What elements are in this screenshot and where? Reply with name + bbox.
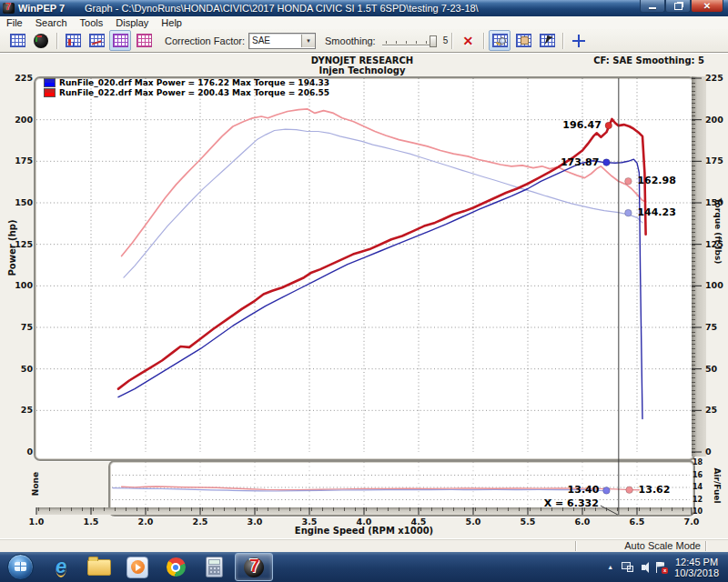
title-bar[interactable]: WinPEP 7 Graph - C:\DynoRuns\HONDA\CIVIC… <box>0 0 728 16</box>
taskbar-winpep-active[interactable] <box>235 553 273 581</box>
internet-explorer-icon: e <box>56 557 66 577</box>
speaker-icon[interactable] <box>642 565 645 570</box>
select-mode-button[interactable] <box>536 30 558 51</box>
document-title: Graph - C:\DynoRuns\HONDA\CIVIC\2017 HON… <box>85 3 479 14</box>
close-icon: ✕ <box>703 2 711 11</box>
winpep-app-icon <box>3 3 15 14</box>
graph-multi-button[interactable] <box>133 30 155 51</box>
taskbar-clock[interactable]: 12:45 PM 10/3/2018 <box>674 557 719 578</box>
gauge-view-button[interactable] <box>30 30 52 51</box>
smoothing-label: Smoothing: <box>325 35 376 46</box>
taskbar-media-player[interactable] <box>124 556 151 579</box>
toolbar: Correction Factor: SAE ▼ Smoothing: 5 ✕ <box>0 29 728 53</box>
menu-help[interactable]: Help <box>155 17 188 28</box>
restore-icon <box>674 3 682 10</box>
windows-logo-icon <box>15 562 26 571</box>
run022-color-swatch <box>44 88 56 97</box>
rpm-axis-band <box>36 507 692 515</box>
cross-arrows-icon <box>572 35 585 47</box>
minimize-icon <box>649 7 656 9</box>
winpep-window: WinPEP 7 Graph - C:\DynoRuns\HONDA\CIVIC… <box>0 0 728 582</box>
select-arrow-icon <box>540 34 555 47</box>
zoom-in-icon <box>492 34 508 47</box>
minimize-button[interactable] <box>640 0 665 13</box>
correction-factor-value: SAE <box>249 35 301 45</box>
status-bar: Auto Scale Mode <box>0 538 728 553</box>
run-legend: RunFile_020.drf Max Power = 176.22 Max T… <box>44 77 329 97</box>
smoothing-slider[interactable] <box>382 35 437 47</box>
menu-bar: File Search Tools Display Help <box>0 16 728 30</box>
system-tray: ▲ x 12:45 PM 10/3/2018 <box>607 552 724 582</box>
axis-scale-button[interactable] <box>568 30 590 51</box>
legend-text-run020: RunFile_020.drf Max Power = 176.22 Max T… <box>59 78 329 87</box>
graph-multi-icon <box>136 34 152 47</box>
legend-row-run020[interactable]: RunFile_020.drf Max Power = 176.22 Max T… <box>44 77 329 87</box>
menu-tools[interactable]: Tools <box>74 17 110 28</box>
menu-search[interactable]: Search <box>29 17 74 28</box>
chrome-icon <box>167 557 186 577</box>
pan-hand-button[interactable] <box>512 30 534 51</box>
graph-overlay-icon <box>113 34 128 47</box>
window-controls: ✕ <box>640 0 723 13</box>
power-axis-title: Power (hp) <box>7 216 17 281</box>
red-x-icon: ✕ <box>462 35 473 47</box>
media-player-icon <box>126 557 148 578</box>
clock-time: 12:45 PM <box>674 557 719 567</box>
close-button[interactable]: ✕ <box>691 0 723 13</box>
graph-line-button[interactable] <box>86 30 107 51</box>
action-center-flag-icon[interactable]: x <box>656 562 665 573</box>
chart-area: DYNOJET RESEARCH Injen Technology CF: SA… <box>0 53 728 539</box>
folder-icon <box>87 559 111 576</box>
calculator-icon <box>206 557 223 577</box>
graph-line-icon <box>89 34 105 47</box>
restore-button[interactable] <box>665 0 691 13</box>
chart-title: DYNOJET RESEARCH <box>36 55 688 65</box>
gauge-icon <box>34 34 48 48</box>
taskbar-internet-explorer[interactable]: e <box>47 556 75 579</box>
graph-3d-button[interactable] <box>62 30 84 51</box>
delete-run-button[interactable]: ✕ <box>457 30 479 51</box>
table-icon <box>10 34 25 47</box>
torque-axis-band <box>692 76 706 457</box>
slider-track <box>382 45 437 45</box>
torque-axis-title: Torque (ft-lbs) <box>713 188 723 275</box>
taskbar-chrome[interactable] <box>162 556 189 579</box>
legend-text-run022: RunFile_022.drf Max Power = 200.43 Max T… <box>59 88 329 97</box>
network-icon[interactable] <box>622 562 633 572</box>
taskbar-file-explorer[interactable] <box>86 556 113 579</box>
chart-subtitle: Injen Technology <box>36 65 688 75</box>
slider-thumb[interactable] <box>430 35 437 47</box>
af-row-label: None <box>31 465 40 503</box>
graph-overlay-button[interactable] <box>109 30 131 51</box>
legend-row-run022[interactable]: RunFile_022.drf Max Power = 200.43 Max T… <box>44 87 329 97</box>
correction-note: CF: SAE Smoothing: 5 <box>593 55 704 65</box>
run020-color-swatch <box>44 78 56 87</box>
pan-hand-icon <box>516 34 531 47</box>
scale-mode-status: Auto Scale Mode <box>624 540 701 551</box>
start-button[interactable] <box>7 554 34 580</box>
correction-factor-select[interactable]: SAE ▼ <box>248 33 316 49</box>
graph-3d-icon <box>66 34 81 47</box>
taskbar: e ▲ x 12:45 PM 10/3/2018 <box>0 552 728 582</box>
table-view-button[interactable] <box>6 30 28 51</box>
zoom-in-button[interactable] <box>489 30 511 51</box>
menu-display[interactable]: Display <box>109 17 155 28</box>
smoothing-value: 5 <box>443 35 449 45</box>
main-plot-panel[interactable] <box>34 76 695 461</box>
winpep-icon <box>244 557 264 577</box>
af-axis-title: Air/Fuel <box>713 462 722 509</box>
menu-file[interactable]: File <box>0 17 29 28</box>
chevron-down-icon[interactable]: ▼ <box>301 35 315 47</box>
x-axis-title: Engine Speed (RPM x1000) <box>36 526 692 536</box>
app-name: WinPEP 7 <box>18 3 65 14</box>
taskbar-calculator[interactable] <box>200 556 228 579</box>
tray-expand-icon[interactable]: ▲ <box>607 564 613 570</box>
correction-factor-label: Correction Factor: <box>165 35 245 46</box>
clock-date: 10/3/2018 <box>674 567 719 578</box>
